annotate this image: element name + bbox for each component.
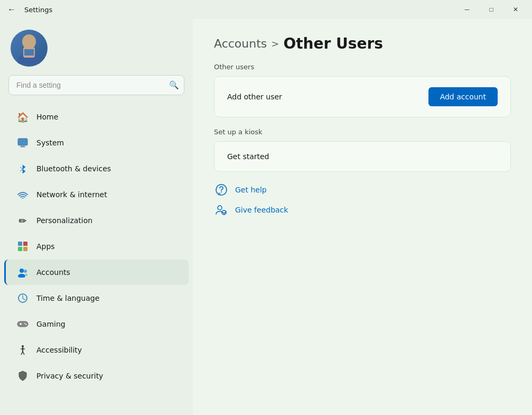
home-icon: 🏠 <box>16 110 29 123</box>
svg-point-0 <box>22 34 36 49</box>
svg-text:?: ? <box>219 192 220 196</box>
sidebar-item-personalization[interactable]: ✏️ Personalization <box>4 208 189 233</box>
close-button[interactable]: ✕ <box>503 1 528 18</box>
breadcrumb-parent: Accounts <box>214 37 267 50</box>
give-feedback-label: Give feedback <box>235 206 288 214</box>
give-feedback-icon <box>214 202 229 217</box>
add-other-user-row: Add other user Add account <box>214 77 510 117</box>
svg-rect-18 <box>21 323 22 325</box>
sidebar-item-privacy-label: Privacy & security <box>36 372 103 380</box>
svg-rect-16 <box>17 321 28 327</box>
get-started-button[interactable]: Get started <box>227 152 269 161</box>
sidebar-item-bluetooth-label: Bluetooth & devices <box>36 164 111 173</box>
svg-rect-9 <box>23 242 27 246</box>
gaming-icon <box>16 318 29 330</box>
titlebar: ← Settings ─ □ ✕ <box>0 0 532 19</box>
sidebar-item-bluetooth[interactable]: Bluetooth & devices <box>4 156 189 181</box>
get-started-row: Get started <box>214 142 510 171</box>
svg-rect-6 <box>20 146 25 147</box>
sidebar-item-apps-label: Apps <box>36 242 55 251</box>
avatar <box>11 30 48 67</box>
svg-point-7 <box>22 198 24 199</box>
breadcrumb-current: Other Users <box>283 35 383 52</box>
svg-rect-10 <box>18 247 22 251</box>
sidebar-nav: 🏠 Home System B <box>0 104 193 389</box>
svg-point-21 <box>22 345 24 347</box>
apps-icon <box>16 240 29 253</box>
search-box: 🔍 <box>8 75 184 95</box>
search-icon-button[interactable]: 🔍 <box>169 80 179 90</box>
kiosk-section-title: Set up a kiosk <box>214 128 511 136</box>
svg-rect-3 <box>24 49 34 56</box>
window-controls: ─ □ ✕ <box>455 1 528 18</box>
sidebar-item-gaming-label: Gaming <box>36 320 66 328</box>
search-input[interactable] <box>8 75 184 95</box>
sidebar-item-network[interactable]: Network & internet <box>4 182 189 207</box>
svg-point-20 <box>26 324 27 325</box>
sidebar-item-network-label: Network & internet <box>36 190 107 199</box>
network-icon <box>16 188 29 201</box>
svg-point-30 <box>218 206 222 210</box>
bluetooth-icon <box>16 162 29 175</box>
svg-point-14 <box>24 270 27 273</box>
sidebar-item-time-label: Time & language <box>36 294 99 302</box>
other-users-card: Add other user Add account <box>214 76 511 117</box>
sidebar-item-accessibility-label: Accessibility <box>36 346 82 354</box>
maximize-button[interactable]: □ <box>479 1 503 18</box>
give-feedback-link[interactable]: Give feedback <box>214 202 511 217</box>
breadcrumb: Accounts > Other Users <box>214 35 511 52</box>
sidebar-item-apps[interactable]: Apps <box>4 234 189 259</box>
sidebar-item-system[interactable]: System <box>4 130 189 155</box>
sidebar-item-time[interactable]: Time & language <box>4 285 189 311</box>
personalization-icon: ✏️ <box>16 214 29 227</box>
sidebar-item-accounts[interactable]: Accounts <box>4 260 189 285</box>
svg-rect-4 <box>18 139 27 145</box>
get-help-label: Get help <box>235 186 267 194</box>
svg-point-19 <box>24 323 25 324</box>
back-button[interactable]: ← <box>4 3 19 16</box>
breadcrumb-sep: > <box>271 38 279 49</box>
get-help-icon: ? <box>214 182 229 197</box>
sidebar-item-accounts-label: Accounts <box>36 268 70 276</box>
privacy-icon <box>16 370 29 382</box>
svg-line-24 <box>21 352 23 355</box>
titlebar-left: ← Settings <box>4 3 52 16</box>
time-icon <box>16 292 29 305</box>
app-body: 🔍 🏠 Home System <box>0 19 532 415</box>
minimize-button[interactable]: ─ <box>455 1 479 18</box>
user-avatar-section <box>0 19 193 75</box>
add-account-button[interactable]: Add account <box>428 87 498 106</box>
content-area: Accounts > Other Users Other users Add o… <box>193 19 532 415</box>
system-icon <box>16 136 29 149</box>
sidebar: 🔍 🏠 Home System <box>0 19 193 415</box>
sidebar-item-home[interactable]: 🏠 Home <box>4 104 189 130</box>
svg-rect-11 <box>23 247 27 251</box>
sidebar-item-accessibility[interactable]: Accessibility <box>4 337 189 363</box>
sidebar-item-home-label: Home <box>36 113 58 121</box>
svg-point-27 <box>221 191 222 192</box>
kiosk-card: Get started <box>214 141 511 172</box>
other-users-section-title: Other users <box>214 63 511 71</box>
get-help-link[interactable]: ? Get help <box>214 182 511 197</box>
svg-rect-8 <box>18 242 22 246</box>
svg-point-13 <box>18 274 25 278</box>
app-title: Settings <box>24 6 52 14</box>
svg-point-12 <box>20 269 24 273</box>
accounts-icon <box>16 266 29 279</box>
sidebar-item-personalization-label: Personalization <box>36 216 92 225</box>
accessibility-icon <box>16 344 29 356</box>
sidebar-item-gaming[interactable]: Gaming <box>4 311 189 337</box>
svg-line-25 <box>23 352 24 355</box>
sidebar-item-system-label: System <box>36 139 64 147</box>
add-other-user-label: Add other user <box>227 93 282 101</box>
sidebar-item-privacy[interactable]: Privacy & security <box>4 363 189 389</box>
help-section: ? Get help Give feedback <box>214 182 511 217</box>
